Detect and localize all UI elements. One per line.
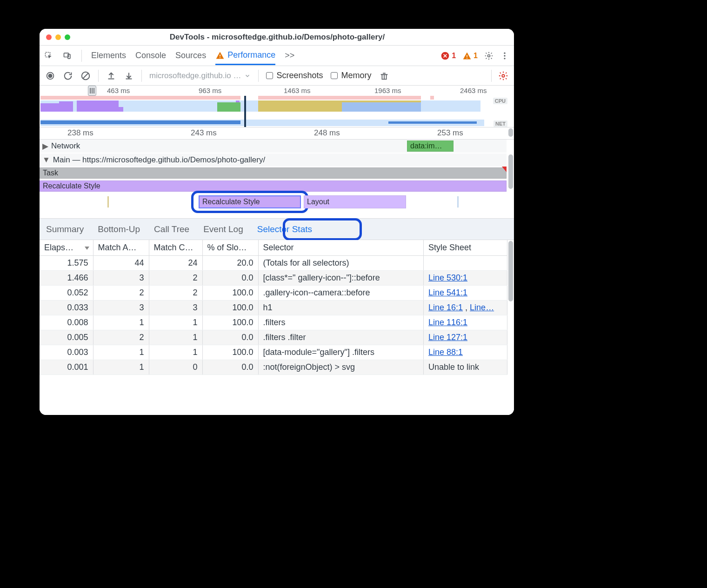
table-row[interactable]: 1.466320.0[class*=" gallery-icon--"]::be… (40, 271, 507, 286)
table-row[interactable]: 0.05222100.0.gallery-icon--camera::befor… (40, 286, 507, 301)
stylesheet-link[interactable]: Line 88:1 (428, 347, 463, 357)
reload-icon[interactable] (63, 71, 73, 81)
svg-rect-6 (467, 55, 467, 57)
stylesheet-cell: Line 16:1 , Line… (424, 301, 507, 315)
layout-bar[interactable]: Layout (304, 195, 406, 208)
svg-point-8 (488, 54, 490, 57)
cpu-label: CPU (493, 98, 507, 104)
screenshots-toggle[interactable]: Screenshots (266, 71, 323, 80)
memory-toggle[interactable]: Memory (331, 71, 372, 80)
target-dropdown[interactable]: microsoftedge.github.io … (149, 71, 251, 80)
net-label: NET (494, 120, 507, 127)
overview-body: CPU NET (40, 96, 507, 127)
kebab-icon[interactable] (500, 51, 509, 60)
tab-console[interactable]: Console (135, 47, 166, 64)
flamechart[interactable]: ▶ Network data:im… ▼ Main — https://micr… (40, 140, 514, 219)
ruler-tick: 1463 ms (284, 87, 311, 94)
stylesheet-link[interactable]: Line 16:1 (428, 303, 463, 312)
minimize-icon[interactable] (55, 34, 61, 40)
warning-badge[interactable]: 1 (462, 51, 478, 60)
performance-toolbar: microsoftedge.github.io … Screenshots Me… (40, 66, 514, 86)
settings-icon[interactable] (484, 51, 494, 60)
col-selector[interactable]: Selector (258, 240, 424, 256)
stylesheet-cell (424, 256, 507, 271)
stylesheet-cell: Line 116:1 (424, 315, 507, 330)
timeline-overview[interactable]: 463 ms 963 ms 1463 ms 1963 ms 2463 ms (40, 86, 514, 127)
col-match-count[interactable]: Match C… (149, 240, 202, 256)
table-row[interactable]: 0.005210.0.filters .filterLine 127:1 (40, 330, 507, 345)
recalculate-style-selected-bar[interactable]: Recalculate Style (199, 195, 301, 208)
ruler-tick: 1963 ms (374, 87, 401, 94)
time-ruler: 238 ms 243 ms 248 ms 253 ms (40, 127, 514, 140)
task-bar[interactable]: Task (40, 167, 507, 179)
upload-icon[interactable] (106, 71, 116, 81)
network-request-bar[interactable]: data:im… (407, 140, 454, 152)
tab-performance[interactable]: Performance (215, 47, 275, 65)
col-elapsed[interactable]: Elaps… (40, 240, 93, 256)
more-tabs-icon[interactable]: >> (285, 51, 294, 60)
error-badge[interactable]: 1 (440, 51, 456, 60)
long-task-indicator-icon (502, 167, 507, 172)
overview-cursor[interactable] (244, 96, 246, 127)
close-icon[interactable] (46, 34, 52, 40)
tab-selector-stats[interactable]: Selector Stats (257, 224, 312, 234)
device-toolbar-icon[interactable] (63, 51, 72, 60)
ruler-tick: 2463 ms (460, 87, 487, 94)
svg-point-9 (504, 52, 505, 53)
tab-elements[interactable]: Elements (91, 47, 126, 64)
chevron-down-icon: ▼ (42, 155, 50, 165)
table-row[interactable]: 1.575442420.0(Totals for all selectors) (40, 256, 507, 271)
tab-bottom-up[interactable]: Bottom-Up (98, 224, 140, 234)
table-row[interactable]: 0.001100.0:not(foreignObject) > svgUnabl… (40, 360, 507, 375)
overview-handle-left[interactable] (88, 86, 96, 96)
garbage-collect-icon[interactable] (379, 71, 389, 81)
stylesheet-link[interactable]: Line… (470, 303, 494, 312)
capture-settings-icon[interactable] (498, 71, 508, 81)
tab-call-tree[interactable]: Call Tree (154, 224, 189, 234)
panel-tabs: Elements Console Sources Performance >> … (40, 46, 514, 66)
scrollbar[interactable] (507, 127, 514, 139)
ruler-tick: 463 ms (107, 87, 130, 94)
stylesheet-link[interactable]: Line 127:1 (428, 333, 467, 342)
network-track-header[interactable]: ▶ Network data:im… (40, 140, 507, 153)
separator (258, 70, 259, 82)
separator (141, 70, 142, 82)
recalculate-style-bar[interactable]: Recalculate Style (40, 180, 507, 192)
stylesheet-link[interactable]: Line 530:1 (428, 273, 467, 282)
svg-point-15 (502, 74, 505, 77)
warning-icon (215, 51, 225, 60)
devtools-window: DevTools - microsoftedge.github.io/Demos… (40, 29, 514, 415)
col-match-attempts[interactable]: Match A… (93, 240, 149, 256)
clear-icon[interactable] (80, 71, 91, 81)
download-icon[interactable] (124, 71, 134, 81)
small-event-bar[interactable] (107, 196, 109, 207)
scrollbar[interactable] (507, 240, 514, 415)
tab-summary[interactable]: Summary (46, 224, 84, 234)
chevron-right-icon: ▶ (42, 141, 48, 151)
svg-rect-3 (220, 54, 220, 56)
svg-point-10 (504, 55, 505, 56)
stylesheet-link[interactable]: Line 541:1 (428, 288, 467, 297)
main-track-header[interactable]: ▼ Main — https://microsoftedge.github.io… (40, 154, 507, 167)
table-row[interactable]: 0.00811100.0.filtersLine 116:1 (40, 315, 507, 330)
inspect-icon[interactable] (44, 51, 53, 60)
svg-point-13 (48, 74, 52, 77)
tab-event-log[interactable]: Event Log (203, 224, 243, 234)
svg-rect-7 (467, 58, 467, 59)
separator (98, 70, 99, 82)
stylesheet-link[interactable]: Line 116:1 (428, 318, 467, 327)
record-icon[interactable] (45, 71, 55, 81)
svg-point-11 (504, 58, 505, 59)
table-row[interactable]: 0.03333100.0h1Line 16:1 , Line… (40, 301, 507, 315)
zoom-icon[interactable] (65, 34, 70, 40)
scrollbar[interactable] (507, 140, 514, 218)
tab-sources[interactable]: Sources (175, 47, 206, 64)
table-row[interactable]: 0.00311100.0[data-module="gallery"] .fil… (40, 345, 507, 360)
overview-scrollbar[interactable] (507, 86, 514, 127)
window-title: DevTools - microsoftedge.github.io/Demos… (79, 33, 476, 42)
col-pct-slow[interactable]: % of Slo… (202, 240, 258, 256)
col-stylesheet[interactable]: Style Sheet (424, 240, 507, 256)
small-event-bar[interactable] (457, 196, 459, 207)
stylesheet-cell: Line 88:1 (424, 345, 507, 360)
ruler-tick: 963 ms (199, 87, 221, 94)
